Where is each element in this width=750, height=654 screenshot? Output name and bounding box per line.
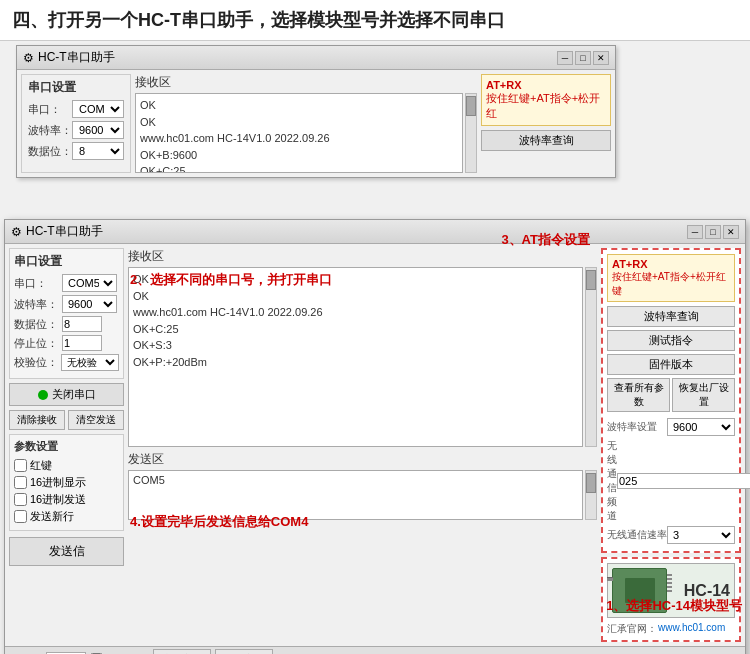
fg-rate-select[interactable]: 3 xyxy=(667,526,735,544)
fg-send-btn[interactable]: 发送信 xyxy=(9,537,124,566)
fg-module-company: 汇承官网： xyxy=(607,622,657,636)
fg-test-btn[interactable]: 测试指令 xyxy=(607,330,735,351)
fg-window-title: HC-T串口助手 xyxy=(26,223,103,240)
fg-newline-check[interactable] xyxy=(14,510,27,523)
fg-hex-display-label: 16进制显示 xyxy=(30,475,86,490)
fg-open-port-btn[interactable]: 关闭串口 xyxy=(9,383,124,406)
fg-window-titlebar: ⚙ HC-T串口助手 ─ □ ✕ xyxy=(5,220,745,244)
fg-port-label: 串口： xyxy=(14,276,62,291)
bg-serial-settings: 串口设置 串口： COM4 波特率： 9600 数据位： 8 xyxy=(21,74,131,173)
fg-baud-set-label: 波特率设置 xyxy=(607,420,667,434)
fg-baud-set-select[interactable]: 9600 xyxy=(667,418,735,436)
fg-clear-recv-btn[interactable]: 清除接收 xyxy=(9,410,65,430)
fg-newline-label: 发送新行 xyxy=(30,509,74,524)
fg-firmware-btn[interactable]: 固件版本 xyxy=(607,354,735,375)
fg-status-dot xyxy=(38,390,48,400)
fg-serial-panel: 串口设置 串口： COM5 波特率： 9600 数据位： xyxy=(9,248,124,379)
bg-window-icon: ⚙ xyxy=(23,51,34,65)
fg-params-panel: 参数设置 红键 16进制显示 16进制发送 发 xyxy=(9,434,124,531)
fg-minimize-btn[interactable]: ─ xyxy=(687,225,703,239)
bg-at-panel: AT+RX 按住红键+AT指令+松开红 波特率查询 xyxy=(481,74,611,173)
fg-port-select[interactable]: COM5 xyxy=(62,274,117,292)
fg-open-port-label: 关闭串口 xyxy=(52,387,96,402)
page-title: 四、打开另一个HC-T串口助手，选择模块型号并选择不同串口 xyxy=(0,0,750,41)
fg-module-website: www.hc01.com xyxy=(658,622,725,636)
bg-baud-label: 波特率： xyxy=(28,123,72,138)
bg-at-cmd: AT+RX xyxy=(486,79,606,91)
fg-right-panel: AT+RX 按住红键+AT指令+松开红键 波特率查询 测试指令 固件版本 查看所… xyxy=(601,248,741,642)
fg-recv-scrollbar[interactable] xyxy=(585,267,597,447)
fg-receive-text: OK OK www.hc01.com HC-14V1.0 2022.09.26 … xyxy=(128,267,583,447)
bg-settings-title: 串口设置 xyxy=(28,79,124,96)
bg-at-desc: 按住红键+AT指令+松开红 xyxy=(486,91,606,121)
fg-baud-query-btn[interactable]: 波特率查询 xyxy=(607,306,735,327)
fg-hex-send-label: 16进制发送 xyxy=(30,492,86,507)
bg-receive-title: 接收区 xyxy=(135,74,477,91)
fg-check-select[interactable]: 无校验 xyxy=(61,354,119,371)
fg-factory-btn[interactable]: 恢复出厂设置 xyxy=(672,378,735,412)
bg-window-titlebar: ⚙ HC-T串口助手 ─ □ ✕ xyxy=(17,46,615,70)
fg-send-title: 发送区 xyxy=(128,451,597,468)
fg-send-scrollbar[interactable] xyxy=(585,470,597,520)
bg-data-select[interactable]: 8 xyxy=(72,142,124,160)
fg-data-input[interactable] xyxy=(62,316,102,332)
bg-query-btn[interactable]: 波特率查询 xyxy=(481,130,611,151)
bg-port-label: 串口： xyxy=(28,102,72,117)
fg-stop-label: 停止位： xyxy=(14,336,62,351)
fg-channel-label: 无线通信频道 xyxy=(607,439,617,523)
fg-red-key-label: 红键 xyxy=(30,458,52,473)
fg-at-desc: 按住红键+AT指令+松开红键 xyxy=(612,270,730,298)
fg-data-label: 数据位： xyxy=(14,317,62,332)
bg-close-btn[interactable]: ✕ xyxy=(593,51,609,65)
fg-center-panel: 接收区 OK OK www.hc01.com HC-14V1.0 2022.09… xyxy=(128,248,597,642)
fg-all-params-btn[interactable]: 查看所有参数 xyxy=(607,378,670,412)
fg-hex-send-check[interactable] xyxy=(14,493,27,506)
fg-close-btn[interactable]: ✕ xyxy=(723,225,739,239)
fg-params-title: 参数设置 xyxy=(14,439,119,454)
bg-port-select[interactable]: COM4 xyxy=(72,100,124,118)
fg-hex-display-check[interactable] xyxy=(14,476,27,489)
annotation-1: 1、选择HC-14模块型号 xyxy=(606,597,742,615)
fg-window-icon: ⚙ xyxy=(11,225,22,239)
fg-bottom-bar: 周期： 循环发送 选择文件 发送文件 R:84 W:5.0 S:0 V:1.6 xyxy=(5,646,745,654)
bg-receive-area: 接收区 OK OK www.hc01.com HC-14V1.0 2022.09… xyxy=(135,74,477,173)
bg-maximize-btn[interactable]: □ xyxy=(575,51,591,65)
fg-stop-input[interactable] xyxy=(62,335,102,351)
fg-clear-send-btn[interactable]: 清空发送 xyxy=(68,410,124,430)
bg-baud-select[interactable]: 9600 xyxy=(72,121,124,139)
fg-body: 串口设置 串口： COM5 波特率： 9600 数据位： xyxy=(5,244,745,646)
fg-at-cmd: AT+RX xyxy=(612,258,730,270)
fg-maximize-btn[interactable]: □ xyxy=(705,225,721,239)
annotation-3: 3、AT指令设置 xyxy=(501,231,590,249)
bg-recv-scrollbar[interactable] xyxy=(465,93,477,173)
bg-window-title: HC-T串口助手 xyxy=(38,49,115,66)
annotation-2: 2、选择不同的串口号，并打开串口 xyxy=(130,271,332,289)
bg-minimize-btn[interactable]: ─ xyxy=(557,51,573,65)
fg-left-panel: 串口设置 串口： COM5 波特率： 9600 数据位： xyxy=(9,248,124,642)
fg-at-panel: AT+RX 按住红键+AT指令+松开红键 波特率查询 测试指令 固件版本 查看所… xyxy=(601,248,741,553)
fg-baud-label: 波特率： xyxy=(14,297,62,312)
fg-settings-title: 串口设置 xyxy=(14,253,119,270)
fg-send-file-btn[interactable]: 发送文件 xyxy=(215,649,273,654)
fg-receive-title: 接收区 xyxy=(128,248,597,265)
fg-red-key-check[interactable] xyxy=(14,459,27,472)
fg-check-label: 校验位： xyxy=(14,355,61,370)
fg-select-file-btn[interactable]: 选择文件 xyxy=(153,649,211,654)
fg-rate-label: 无线通信速率 xyxy=(607,528,667,542)
fg-channel-input[interactable] xyxy=(617,473,750,489)
bg-receive-text: OK OK www.hc01.com HC-14V1.0 2022.09.26 … xyxy=(135,93,463,173)
fg-baud-select[interactable]: 9600 xyxy=(62,295,117,313)
annotation-4: 4.设置完毕后发送信息给COM4 xyxy=(130,513,308,531)
bg-data-label: 数据位： xyxy=(28,144,72,159)
